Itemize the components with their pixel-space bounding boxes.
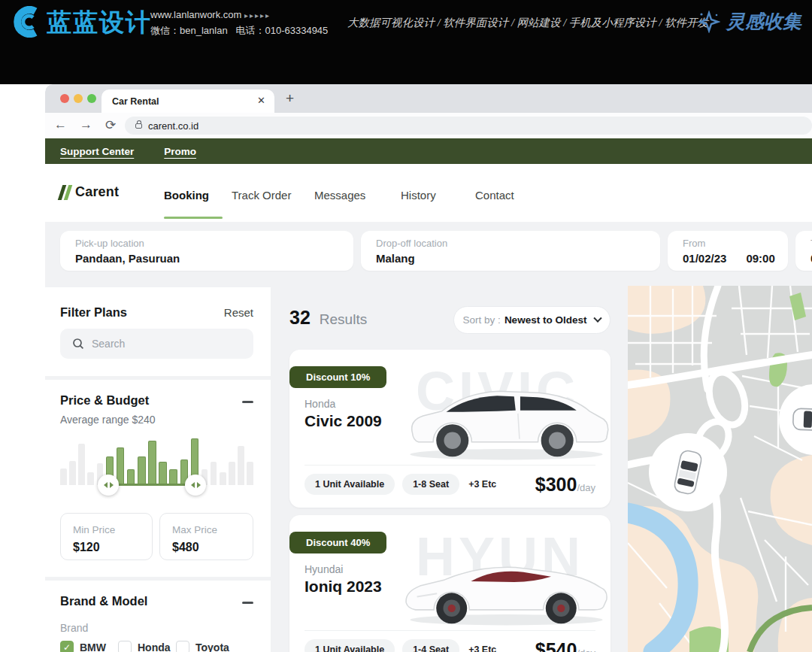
card-meta-row: 1 Unit Available 1-8 Seat +3 Etc $300/da… (304, 473, 595, 496)
browser-tab[interactable]: Car Rental ✕ (102, 89, 274, 113)
minimize-window-button[interactable] (74, 94, 83, 103)
filter-header-section: Filter Plans Reset Search (45, 287, 271, 376)
car-card-civic[interactable]: CIVIC Discount 10% Honda Civic 2009 1 Un… (289, 350, 611, 508)
units-pill: 1 Unit Available (304, 474, 395, 495)
sort-label: Sort by : (463, 314, 501, 326)
min-price-input[interactable]: Min Price $120 (60, 513, 153, 560)
histogram-bar (87, 472, 94, 486)
checkbox-label: BMW (80, 641, 106, 652)
search-placeholder: Search (92, 338, 125, 350)
map-car-marker[interactable] (649, 433, 727, 511)
range-slider-handle-max[interactable] (185, 475, 206, 496)
price-amount: $540 (535, 639, 577, 652)
card-divider (304, 630, 595, 631)
max-price-label: Max Price (172, 524, 253, 535)
collapse-brand-icon[interactable] (242, 602, 253, 604)
results-suffix: Results (320, 311, 367, 328)
histogram-bar (238, 446, 244, 486)
price-amount: $300 (535, 474, 577, 496)
checkbox-icon[interactable]: ✓ (60, 641, 74, 652)
pickup-label: Pick-up location (75, 238, 338, 249)
card-divider (304, 465, 595, 465)
brand-checkbox-bmw[interactable]: ✓ BMW (60, 641, 106, 652)
search-icon (72, 338, 84, 350)
histogram-bar (159, 462, 167, 486)
car-image-civic (398, 369, 611, 465)
from-date-value: 01/02/23 (683, 252, 726, 265)
nav-item-messages[interactable]: Messages (314, 189, 365, 202)
dropoff-location-field[interactable]: Drop-off location Malang (361, 231, 660, 271)
brand-group-label: Brand (60, 622, 88, 634)
from-date-field[interactable]: From 01/02/2309:00 (668, 231, 788, 271)
tab-close-icon[interactable]: ✕ (257, 95, 265, 106)
maximize-window-button[interactable] (87, 94, 96, 103)
reset-button[interactable]: Reset (224, 306, 253, 319)
sparkle-icon (698, 11, 720, 33)
histogram-bar (229, 462, 235, 486)
promo-banner: 蓝蓝设计 www.lanlanwork.com ▸▸▸▸▸ 微信：ben_lan… (0, 0, 812, 84)
nav-item-booking[interactable]: Booking (164, 189, 209, 202)
dropoff-value: Malang (376, 252, 415, 265)
discount-badge: Discount 40% (289, 532, 386, 553)
price-unit: /day (577, 647, 595, 652)
histogram-bar (127, 469, 135, 485)
price: $540/day (535, 639, 595, 652)
histogram-bar (138, 456, 146, 486)
brand-checkbox-honda[interactable]: ✓ Honda (118, 641, 171, 652)
histogram-bar (69, 461, 76, 485)
active-tab-underline (164, 217, 223, 219)
car-model: Ioniq 2023 (304, 578, 382, 596)
banner-wechat: 微信：ben_lanlan (150, 25, 228, 36)
extra-tags: +3 Etc (468, 479, 496, 490)
url-text: carent.co.id (148, 120, 198, 132)
carent-logo[interactable]: Carent (60, 184, 119, 200)
price-section-title: Price & Budget (60, 393, 149, 408)
car-image-ioniq (398, 535, 611, 631)
histogram-bar (148, 441, 156, 486)
nav-item-contact[interactable]: Contact (475, 189, 514, 202)
nav-item-history[interactable]: History (401, 189, 436, 202)
new-tab-button[interactable]: + (286, 90, 294, 107)
chevron-down-icon (594, 314, 602, 322)
sort-dropdown[interactable]: Sort by : Newest to Oldest (453, 306, 611, 334)
banner-services: 大数据可视化设计 / 软件界面设计 / 网站建设 / 手机及小程序设计 / 软件… (347, 16, 708, 30)
banner-contact: www.lanlanwork.com ▸▸▸▸▸ 微信：ben_lanlan 电… (150, 8, 328, 38)
collapse-price-icon[interactable] (242, 401, 253, 403)
back-icon[interactable]: ← (54, 117, 67, 132)
checkbox-label: Honda (138, 641, 171, 652)
histogram-bar (247, 462, 253, 486)
address-bar[interactable]: carent.co.id (125, 117, 812, 135)
reload-icon[interactable]: ⟳ (105, 117, 116, 133)
brand-model-section: Brand & Model Brand ✓ BMW ✓ Honda ✓ Toyo… (45, 581, 271, 652)
promo-link[interactable]: Promo (164, 146, 196, 157)
banner-collect[interactable]: 灵感收集 (698, 9, 801, 34)
lanlan-logo-icon (11, 6, 44, 38)
car-card-ioniq[interactable]: HYUN Discount 40% Hyundai Ioniq 2023 1 U… (289, 515, 611, 652)
checkbox-icon[interactable]: ✓ (118, 641, 132, 652)
screenshot-root: 蓝蓝设计 www.lanlanwork.com ▸▸▸▸▸ 微信：ben_lan… (0, 0, 812, 652)
close-window-button[interactable] (60, 94, 69, 103)
price-unit: /day (577, 482, 595, 493)
lock-icon (135, 123, 142, 129)
brand-checkbox-toyota[interactable]: ✓ Toyota (176, 641, 229, 652)
nav-item-track-order[interactable]: Track Order (232, 189, 291, 202)
pickup-value: Pandaan, Pasuruan (75, 252, 180, 265)
site-nav: Carent Booking Track Order Messages Hist… (45, 164, 812, 222)
checkbox-icon[interactable]: ✓ (176, 641, 189, 652)
filter-search-input[interactable]: Search (60, 329, 253, 359)
average-range-label: Average range $240 (60, 414, 156, 426)
range-slider-handle-min[interactable] (98, 475, 119, 496)
pickup-location-field[interactable]: Pick-up location Pandaan, Pasuruan (60, 231, 353, 271)
discount-badge: Discount 10% (289, 366, 386, 388)
browser-toolbar: ← → ⟳ carent.co.id (45, 113, 812, 138)
support-center-link[interactable]: Support Center (60, 146, 134, 157)
to-date-field[interactable]: T 0 (795, 231, 812, 271)
map-panel[interactable] (628, 286, 812, 652)
max-price-value: $480 (172, 541, 253, 554)
histogram-bar (220, 472, 226, 486)
max-price-input[interactable]: Max Price $480 (159, 513, 253, 560)
banner-website[interactable]: www.lanlanwork.com (150, 9, 241, 20)
forward-icon[interactable]: → (80, 117, 92, 132)
card-meta-row: 1 Unit Available 1-4 Seat +3 Etc $540/da… (304, 638, 595, 652)
histogram-bar (78, 444, 85, 485)
